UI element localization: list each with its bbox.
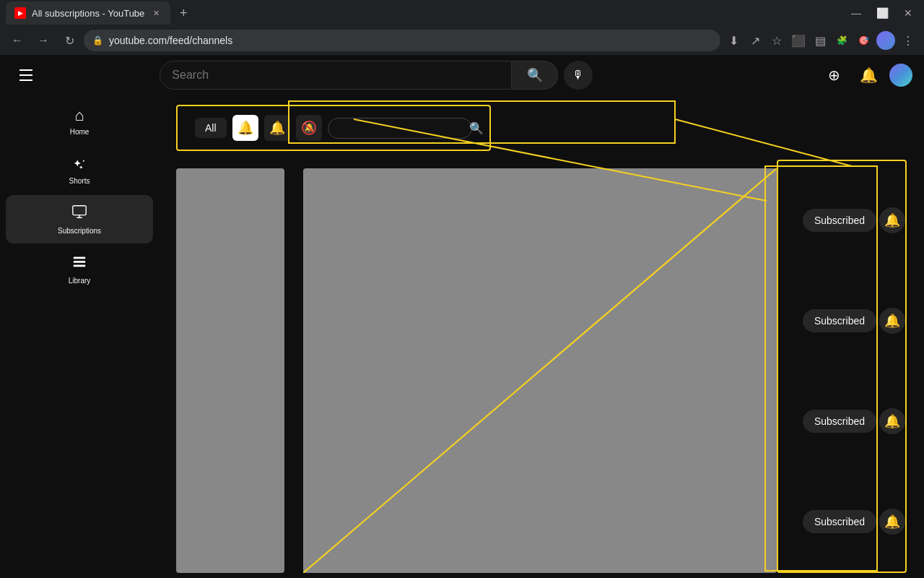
sidebar-label-library: Library	[69, 277, 91, 285]
channels-area: Subscribed 🔔 Subscribed 🔔 Subscribed 🔔 S…	[159, 160, 924, 573]
bell-button-3[interactable]: 🔔	[879, 408, 905, 434]
sidebar-toggle-icon[interactable]: ▤	[810, 30, 830, 51]
forward-button[interactable]: →	[32, 29, 55, 52]
window-controls: — ⬜ ✕	[846, 3, 918, 23]
filter-search-input[interactable]	[337, 122, 463, 134]
svg-rect-3	[74, 265, 86, 267]
channel-avatar-col	[176, 160, 292, 573]
back-button[interactable]: ←	[6, 29, 29, 52]
channel-list-col	[303, 160, 777, 573]
search-bar-container: 🔍 🎙	[160, 61, 593, 90]
ext-icon-1[interactable]: 🧩	[832, 30, 852, 51]
lock-icon: 🔒	[92, 35, 103, 46]
search-input-wrap	[160, 61, 512, 90]
browser-chrome: ▶ All subscriptions - YouTube ✕ + — ⬜ ✕ …	[0, 0, 924, 56]
sub-row-4: Subscribed 🔔	[778, 503, 905, 540]
subscribe-button-4[interactable]: Subscribed	[803, 510, 876, 533]
filter-bell-none-button[interactable]: 🔕	[296, 115, 322, 141]
sub-row-1: Subscribed 🔔	[778, 202, 905, 239]
search-input[interactable]	[172, 69, 500, 82]
active-tab[interactable]: ▶ All subscriptions - YouTube ✕	[6, 1, 170, 25]
sub-row-2: Subscribed 🔔	[778, 302, 905, 340]
tab-close-btn[interactable]: ✕	[150, 7, 162, 19]
svg-rect-2	[74, 261, 86, 263]
browser-menu-button[interactable]: ⋮	[898, 30, 918, 51]
filter-search-wrap: 🔍	[328, 118, 472, 139]
sidebar: ⌂ Home Shorts Subscriptions Library	[0, 56, 159, 578]
channel-avatar-placeholder	[176, 168, 284, 573]
tab-title: All subscriptions - YouTube	[32, 8, 144, 19]
subscribe-button-1[interactable]: Subscribed	[803, 209, 876, 232]
sub-row-3: Subscribed 🔔	[778, 402, 905, 440]
tab-favicon: ▶	[14, 7, 26, 19]
download-icon[interactable]: ⬇	[723, 30, 744, 51]
ext-icon-2[interactable]: 🎯	[853, 30, 873, 51]
sidebar-item-library[interactable]: Library	[6, 245, 153, 293]
filter-all-button[interactable]: All	[195, 118, 227, 138]
browser-tabs: ▶ All subscriptions - YouTube ✕ +	[6, 1, 846, 25]
subscribe-button-3[interactable]: Subscribed	[803, 410, 876, 433]
bell-button-2[interactable]: 🔔	[879, 308, 905, 334]
create-video-button[interactable]: ⊕	[820, 61, 849, 90]
filter-bar: All 🔔 🔔 🔕 🔍	[176, 105, 491, 151]
address-bar[interactable]: 🔒 youtube.com/feed/channels	[84, 30, 720, 51]
main-content: All 🔔 🔔 🔕 🔍	[159, 56, 924, 578]
filter-bell-all-button[interactable]: 🔔	[232, 115, 258, 141]
hamburger-menu-button[interactable]	[12, 61, 40, 90]
youtube-app: 🔍 🎙 ⊕ 🔔 ⌂ Home Shorts Subscriptions	[0, 56, 924, 578]
share-icon[interactable]: ↗	[745, 30, 765, 51]
new-tab-button[interactable]: +	[173, 3, 193, 23]
sidebar-item-home[interactable]: ⌂ Home	[6, 98, 153, 144]
filter-bell-some-button[interactable]: 🔔	[264, 115, 290, 141]
subscribed-buttons-col: Subscribed 🔔 Subscribed 🔔 Subscribed 🔔 S…	[777, 160, 907, 573]
sidebar-label-home: Home	[70, 128, 90, 136]
bell-button-4[interactable]: 🔔	[879, 509, 905, 535]
browser-toolbar: ← → ↻ 🔒 youtube.com/feed/channels ⬇ ↗ ☆ …	[0, 26, 924, 55]
url-text: youtube.com/feed/channels	[109, 35, 232, 46]
sidebar-label-shorts: Shorts	[69, 177, 90, 185]
reload-button[interactable]: ↻	[58, 29, 81, 52]
svg-rect-1	[74, 257, 86, 259]
topnav-right: ⊕ 🔔	[820, 61, 912, 90]
subscriptions-icon	[71, 204, 87, 224]
user-avatar[interactable]	[889, 64, 912, 87]
subscribe-button-2[interactable]: Subscribed	[803, 309, 876, 332]
library-icon	[71, 254, 87, 274]
filter-search-icon: 🔍	[469, 121, 484, 135]
youtube-topnav: 🔍 🎙 ⊕ 🔔	[0, 55, 924, 95]
shorts-icon	[71, 155, 87, 174]
search-submit-button[interactable]: 🔍	[512, 61, 558, 90]
notifications-button[interactable]: 🔔	[855, 61, 884, 90]
svg-rect-0	[73, 206, 86, 215]
sidebar-label-subscriptions: Subscriptions	[58, 227, 101, 235]
extensions-puzzle-icon[interactable]: ⬛	[788, 30, 808, 51]
sidebar-item-subscriptions[interactable]: Subscriptions	[6, 195, 153, 243]
close-button[interactable]: ✕	[898, 3, 918, 23]
browser-user-avatar[interactable]	[876, 31, 895, 50]
channel-content-placeholder	[303, 168, 777, 573]
bookmark-icon[interactable]: ☆	[767, 30, 787, 51]
svg-line-4	[303, 168, 777, 573]
sidebar-item-shorts[interactable]: Shorts	[6, 146, 153, 194]
home-icon: ⌂	[74, 106, 84, 125]
voice-search-button[interactable]: 🎙	[564, 61, 593, 90]
maximize-button[interactable]: ⬜	[872, 3, 892, 23]
toolbar-icons: ⬇ ↗ ☆ ⬛ ▤ 🧩 🎯 ⋮	[723, 30, 918, 51]
browser-titlebar: ▶ All subscriptions - YouTube ✕ + — ⬜ ✕	[0, 0, 924, 26]
minimize-button[interactable]: —	[846, 3, 866, 23]
diagonal-annotation-line	[303, 168, 777, 573]
bell-button-1[interactable]: 🔔	[879, 207, 905, 233]
